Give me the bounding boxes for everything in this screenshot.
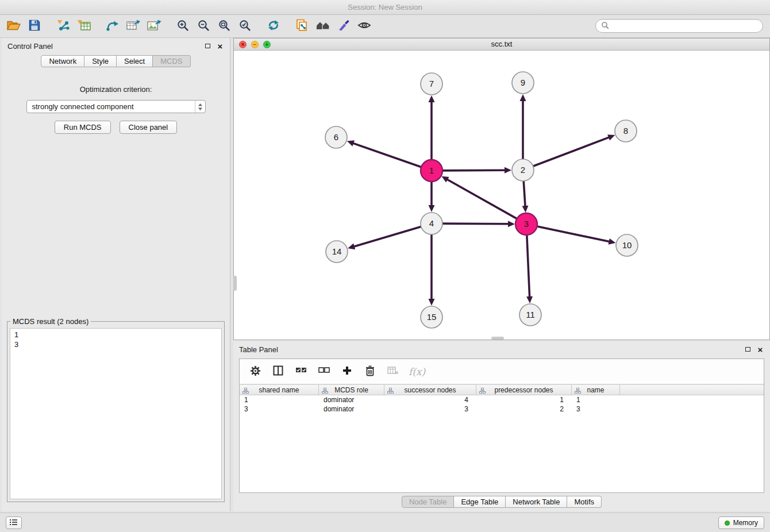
zoom-selected-button[interactable] xyxy=(234,17,255,36)
network-arrows-button[interactable] xyxy=(102,17,123,36)
table-panel-header: Table Panel xyxy=(233,341,770,357)
graph-edge-3-10[interactable] xyxy=(537,226,610,242)
column-tree-icon xyxy=(322,387,328,395)
tab-edge-table[interactable]: Edge Table xyxy=(454,496,506,508)
table-cell: dominator xyxy=(319,405,384,413)
show-columns-button[interactable] xyxy=(271,364,286,379)
copy-network-button[interactable] xyxy=(292,17,313,36)
close-panel-button[interactable] xyxy=(216,42,224,50)
mcds-result-area[interactable]: 1 3 xyxy=(10,328,222,499)
network-vertical-scrollbar[interactable] xyxy=(233,276,237,291)
copy-network-icon xyxy=(295,19,309,33)
node-table-container: f(x) shared name MCDS role successor nod… xyxy=(239,358,764,493)
tab-select[interactable]: Select xyxy=(117,55,153,67)
graph-edge-2-8[interactable] xyxy=(533,137,610,167)
close-table-panel-button[interactable] xyxy=(756,345,764,353)
show-hide-button[interactable] xyxy=(354,17,375,36)
delete-column-button[interactable] xyxy=(363,364,378,379)
trash-icon xyxy=(365,365,375,378)
graph-node-label: 7 xyxy=(429,79,434,88)
home-button[interactable] xyxy=(313,17,333,36)
graph-edge-arrow xyxy=(520,94,526,101)
maximize-window-traffic-icon[interactable] xyxy=(263,41,271,48)
criterion-dropdown[interactable]: strongly connected component xyxy=(26,100,206,113)
memory-button[interactable]: Memory xyxy=(718,516,764,529)
tab-style[interactable]: Style xyxy=(84,55,117,67)
search-field[interactable] xyxy=(595,19,763,33)
tab-mcds[interactable]: MCDS xyxy=(153,55,190,67)
network-window-titlebar[interactable]: scc.txt xyxy=(234,38,769,51)
network-window: scc.txt 7968124314101511 xyxy=(233,38,770,340)
graph-edge-2-3[interactable] xyxy=(523,181,525,207)
tab-network-table[interactable]: Network Table xyxy=(506,496,567,508)
style-brush-button[interactable] xyxy=(333,17,354,36)
export-image-button[interactable] xyxy=(144,17,164,36)
zoom-in-icon xyxy=(176,19,189,33)
open-session-button[interactable] xyxy=(3,17,24,36)
gear-icon xyxy=(250,365,261,378)
add-column-button[interactable] xyxy=(340,364,355,379)
select-all-button[interactable] xyxy=(294,364,309,379)
table-header-row: shared name MCDS role successor nodes pr… xyxy=(240,384,764,395)
graph-edge-4-14[interactable] xyxy=(353,226,421,246)
table-panel: Table Panel f(x) shared name MCDS role s… xyxy=(233,341,770,511)
table-settings-button[interactable] xyxy=(248,364,263,379)
graph-edge-4-3[interactable] xyxy=(442,223,509,224)
zoom-in-button[interactable] xyxy=(172,17,193,36)
table-cell: 2 xyxy=(476,405,572,413)
column-header-predecessor-nodes[interactable]: predecessor nodes xyxy=(476,385,572,395)
zoom-selected-icon xyxy=(238,19,251,33)
graph-node-label: 14 xyxy=(332,246,342,256)
graph-node-label: 2 xyxy=(521,165,525,175)
control-panel-tabbar: Network Style Select MCDS xyxy=(2,55,230,67)
function-builder-button-disabled: f(x) xyxy=(409,366,425,377)
graph-edge-3-1[interactable] xyxy=(446,179,517,219)
column-header-name[interactable]: name xyxy=(572,385,620,395)
import-table-icon xyxy=(76,19,91,33)
table-row[interactable]: 3dominator323 xyxy=(240,404,764,414)
table-cell: 1 xyxy=(240,396,319,404)
tab-node-table[interactable]: Node Table xyxy=(402,496,455,508)
search-input[interactable] xyxy=(613,22,757,30)
table-delete-icon xyxy=(387,366,399,377)
refresh-button[interactable] xyxy=(263,17,284,36)
graph-edge-1-6[interactable] xyxy=(352,143,421,167)
tab-motifs[interactable]: Motifs xyxy=(567,496,602,508)
table-row[interactable]: 1dominator411 xyxy=(240,395,764,404)
save-session-button[interactable] xyxy=(24,17,45,36)
import-network-button[interactable] xyxy=(53,17,74,36)
window-titlebar[interactable]: Session: New Session xyxy=(0,0,770,15)
deselect-all-button[interactable] xyxy=(317,364,332,379)
list-icon xyxy=(10,519,18,527)
export-table-button[interactable] xyxy=(123,17,144,36)
column-header-mcds-role[interactable]: MCDS role xyxy=(319,385,384,395)
zoom-out-button[interactable] xyxy=(193,17,214,36)
network-horizontal-scrollbar[interactable] xyxy=(491,337,504,340)
close-window-traffic-icon[interactable] xyxy=(239,41,247,48)
graph-edge-3-11[interactable] xyxy=(527,235,530,298)
zoom-fit-icon xyxy=(218,19,230,33)
minimize-window-traffic-icon[interactable] xyxy=(251,41,259,48)
float-table-panel-button[interactable] xyxy=(744,345,752,353)
graph-node-label: 9 xyxy=(521,78,525,87)
main-toolbar xyxy=(0,15,770,38)
close-panel-button-mcds[interactable]: Close panel xyxy=(120,121,178,134)
run-mcds-button[interactable]: Run MCDS xyxy=(55,121,111,134)
float-panel-button[interactable] xyxy=(203,42,211,50)
search-icon xyxy=(601,21,609,31)
column-tree-icon xyxy=(387,387,394,395)
network-list-button[interactable] xyxy=(6,516,22,529)
table-panel-tabbar: Node Table Edge Table Network Table Moti… xyxy=(233,496,770,508)
table-toolbar: f(x) xyxy=(240,359,764,384)
tab-network[interactable]: Network xyxy=(41,55,84,67)
import-table-button[interactable] xyxy=(74,17,94,36)
zoom-fit-button[interactable] xyxy=(214,17,234,36)
column-header-successor-nodes[interactable]: successor nodes xyxy=(384,385,476,395)
column-tree-icon xyxy=(242,387,249,395)
network-graph[interactable]: 7968124314101511 xyxy=(234,51,769,340)
network-canvas[interactable]: 7968124314101511 xyxy=(234,51,769,340)
graph-edge-1-2[interactable] xyxy=(442,170,506,171)
float-icon xyxy=(205,44,210,48)
column-header-shared-name[interactable]: shared name xyxy=(240,385,319,395)
float-icon xyxy=(745,347,750,352)
